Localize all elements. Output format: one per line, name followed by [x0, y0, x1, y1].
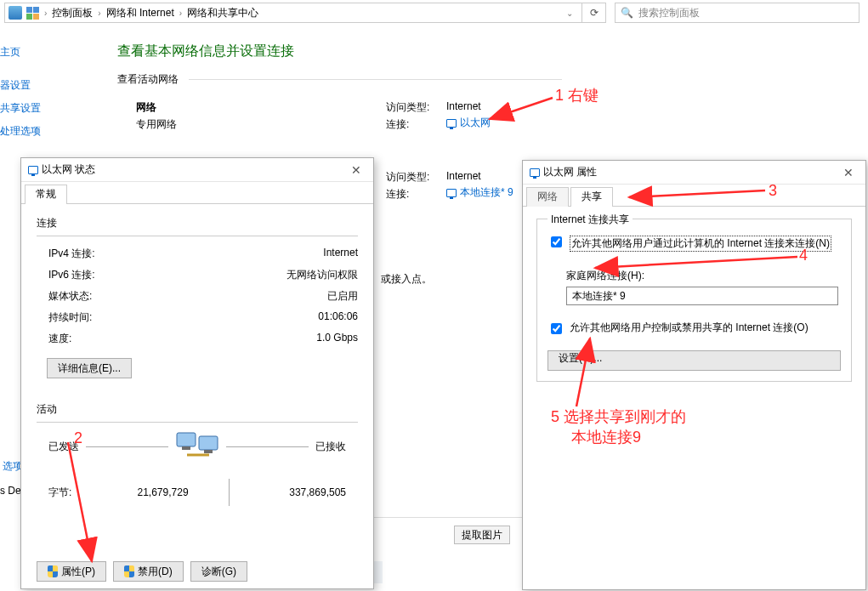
ipv6-value: 无网络访问权限 — [286, 268, 358, 282]
ethernet-link-label: 以太网 — [460, 116, 491, 130]
section-divider — [189, 79, 562, 80]
speed-value: 1.0 Gbps — [316, 332, 358, 346]
crumb-sharing-center[interactable]: 网络和共享中心 — [187, 6, 258, 20]
search-placeholder: 搜索控制面板 — [638, 6, 700, 20]
dropdown-icon[interactable]: ⌄ — [561, 9, 578, 18]
extract-image-button[interactable]: 提取图片 — [454, 526, 510, 544]
ethernet-icon — [446, 119, 457, 128]
duration-label: 持续时间: — [48, 310, 92, 325]
speed-label: 速度: — [48, 332, 71, 346]
bytes-recv-value: 337,869,505 — [269, 486, 346, 498]
nav-adapter-settings[interactable]: 器设置 — [0, 74, 41, 97]
checkbox-input[interactable] — [551, 236, 562, 247]
crumb-control-panel[interactable]: 控制面板 — [52, 6, 93, 20]
bytes-label: 字节: — [48, 486, 71, 500]
nav-sharing-settings[interactable]: 共享设置 — [0, 97, 41, 120]
close-button[interactable]: ✕ — [838, 166, 859, 179]
diagnose-button[interactable]: 诊断(G) — [190, 561, 247, 582]
duration-value: 01:06:06 — [318, 310, 358, 325]
search-input[interactable]: 🔍 搜索控制面板 — [615, 3, 859, 23]
group-connection: 连接 — [37, 216, 358, 230]
chevron-right-icon: › — [43, 9, 48, 18]
separator — [229, 479, 230, 506]
nav-de-fragment: s De — [0, 485, 21, 497]
svg-rect-1 — [199, 436, 218, 450]
access-point-text: 或接入点。 — [381, 272, 432, 287]
ipv6-label: IPv6 连接: — [48, 268, 95, 282]
nav-media-options[interactable]: 处理选项 — [0, 120, 41, 143]
checkbox-input[interactable] — [551, 323, 562, 334]
properties-button[interactable]: 属性(P) — [37, 561, 106, 582]
media-value: 已启用 — [327, 289, 358, 304]
tab-general[interactable]: 常规 — [25, 185, 67, 204]
allow-others-control-checkbox[interactable]: 允许其他网络用户控制或禁用共享的 Internet 连接(O) — [547, 321, 841, 337]
ipv4-label: IPv4 连接: — [48, 247, 95, 261]
page-title: 查看基本网络信息并设置连接 — [117, 43, 294, 60]
allow-others-connect-checkbox[interactable]: 允许其他网络用户通过此计算机的 Internet 连接来连接(N) — [547, 236, 841, 252]
shield-icon — [124, 565, 134, 577]
dialog-title: 以太网 状态 — [42, 162, 95, 177]
network-type: 专用网络 — [136, 117, 177, 132]
nav-home[interactable]: 主页 — [0, 41, 41, 64]
annotation-1: 1 右键 — [555, 85, 599, 105]
dialog-title: 以太网 属性 — [543, 165, 597, 179]
ethernet-icon — [28, 166, 38, 174]
access-type-value-2: Internet — [446, 170, 481, 182]
search-icon: 🔍 — [621, 7, 633, 19]
svg-line-4 — [490, 98, 553, 119]
connection-label: 连接: — [386, 117, 409, 132]
recv-label: 已接收 — [315, 440, 346, 454]
tab-networking[interactable]: 网络 — [526, 187, 569, 207]
local-connection-link[interactable]: 本地连接* 9 — [446, 185, 513, 200]
address-bar[interactable]: › 控制面板 › 网络和 Internet › 网络和共享中心 ⌄ — [4, 3, 582, 23]
access-type-value: Internet — [446, 100, 481, 112]
crumb-network-internet[interactable]: 网络和 Internet — [106, 6, 174, 20]
computers-icon — [175, 429, 219, 463]
home-network-label: 家庭网络连接(H): — [566, 269, 841, 283]
network-name: 网络 — [136, 100, 156, 115]
section-active-networks: 查看活动网络 — [117, 72, 179, 87]
details-button[interactable]: 详细信息(E)... — [47, 358, 132, 378]
svg-rect-2 — [182, 446, 190, 450]
group-activity: 活动 — [37, 402, 358, 417]
allow-others-control-label: 允许其他网络用户控制或禁用共享的 Internet 连接(O) — [570, 321, 808, 335]
disable-button[interactable]: 禁用(D) — [113, 561, 184, 582]
settings-button[interactable]: 设置(G)... — [547, 350, 841, 371]
ethernet-icon — [446, 189, 457, 197]
ipv4-value: Internet — [323, 247, 358, 261]
svg-rect-3 — [204, 450, 213, 453]
ics-title: Internet 连接共享 — [547, 213, 633, 227]
svg-rect-0 — [177, 433, 196, 446]
local-connection-label: 本地连接* 9 — [460, 185, 513, 200]
ethernet-status-dialog: 以太网 状态 ✕ 常规 连接 IPv4 连接:Internet IPv6 连接:… — [20, 157, 374, 589]
ethernet-icon — [530, 168, 540, 177]
control-panel-icon — [26, 6, 39, 20]
chevron-right-icon: › — [96, 9, 102, 18]
access-type-label-2: 访问类型: — [386, 170, 429, 185]
access-type-label: 访问类型: — [386, 100, 429, 115]
connection-label-2: 连接: — [386, 187, 409, 202]
ethernet-link[interactable]: 以太网 — [446, 116, 491, 130]
shield-icon — [48, 565, 58, 577]
back-icon — [9, 6, 22, 20]
ethernet-properties-dialog: 以太网 属性 ✕ 网络 共享 Internet 连接共享 允许其他网络用户通过此… — [522, 160, 866, 590]
ics-fieldset: Internet 连接共享 允许其他网络用户通过此计算机的 Internet 连… — [536, 219, 852, 382]
refresh-button[interactable]: ⟳ — [582, 3, 606, 23]
refresh-icon: ⟳ — [590, 7, 599, 19]
bytes-sent-value: 21,679,729 — [112, 486, 189, 498]
home-network-select[interactable]: 本地连接* 9 — [566, 287, 838, 305]
tab-sharing[interactable]: 共享 — [570, 187, 613, 207]
chevron-right-icon: › — [178, 9, 184, 18]
close-button[interactable]: ✕ — [346, 163, 366, 177]
sent-label: 已发送 — [48, 440, 79, 454]
media-label: 媒体状态: — [48, 289, 92, 304]
allow-others-connect-label: 允许其他网络用户通过此计算机的 Internet 连接来连接(N) — [570, 236, 831, 252]
